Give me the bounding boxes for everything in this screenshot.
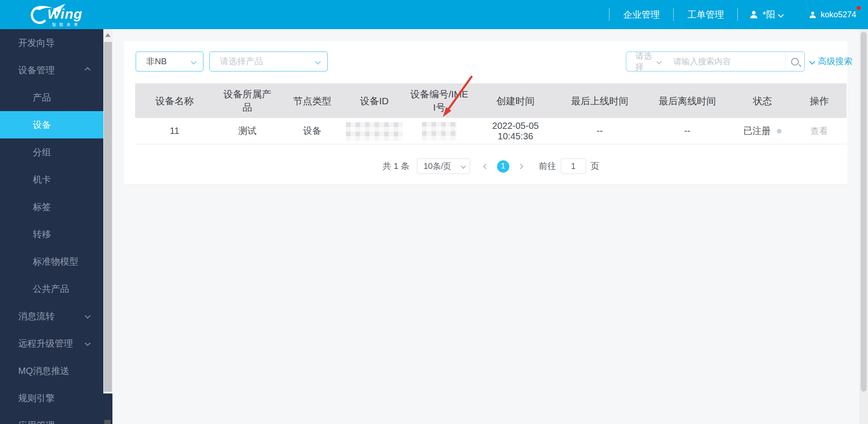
chevron-down-icon <box>85 313 91 319</box>
sidebar-item-standard-model[interactable]: 标准物模型 <box>0 248 103 275</box>
user-menu[interactable]: *阳 <box>749 9 783 21</box>
advanced-search-label: 高级搜索 <box>818 56 853 67</box>
sidebar-item-label: 标准物模型 <box>33 256 78 266</box>
account-name: koko5274 <box>821 10 856 20</box>
col-node-type: 节点类型 <box>281 83 344 118</box>
redacted-device-id <box>346 122 403 141</box>
page-size-value: 10条/页 <box>424 161 452 172</box>
sidebar-item-mq-push[interactable]: MQ消息推送 <box>0 357 103 384</box>
chevron-down-icon <box>191 59 197 65</box>
sidebar-item-label: 标签 <box>33 202 51 212</box>
sidebar-item-group[interactable]: 分组 <box>0 138 103 166</box>
cell-action: 查看 <box>792 118 847 144</box>
scrollbar-thumb[interactable] <box>104 42 112 392</box>
scrollbar-corner <box>104 420 111 424</box>
account-menu[interactable]: koko5274 <box>808 10 856 20</box>
page-scrollbar[interactable] <box>859 29 868 424</box>
sidebar-item-device-mgmt[interactable]: 设备管理 <box>0 56 103 84</box>
scroll-up-arrow-icon[interactable] <box>105 33 111 37</box>
sidebar-item-label: 设备管理 <box>18 65 55 75</box>
product-select[interactable]: 请选择产品 <box>209 51 328 72</box>
chevron-down-icon <box>778 12 784 18</box>
sidebar-item-label: 分组 <box>33 147 51 157</box>
nav-enterprise-mgmt[interactable]: 企业管理 <box>620 9 662 21</box>
brand-name: Wing <box>47 6 82 22</box>
sidebar-item-rule-engine[interactable]: 规则引擎 <box>0 384 103 412</box>
cell-created-at: 2022-05-05 10:45:36 <box>473 118 558 144</box>
col-status: 状态 <box>733 83 792 118</box>
sidebar-item-label: 公共产品 <box>33 284 69 294</box>
person-icon <box>749 10 759 20</box>
product-select-placeholder: 请选择产品 <box>220 56 263 67</box>
sidebar-item-label: 远程升级管理 <box>18 338 73 348</box>
sidebar-nav: 开发向导 设备管理 产品 设备 分组 机卡 标签 转移 标准物模型 公共产品 消… <box>0 29 103 424</box>
sidebar-item-message-flow[interactable]: 消息流转 <box>0 302 103 330</box>
sidebar-item-app-mgmt[interactable]: 应用管理 <box>0 412 103 424</box>
sidebar-item-label: MQ消息推送 <box>18 366 69 376</box>
redacted-imei <box>422 122 457 140</box>
person-icon <box>808 10 817 19</box>
page-size-select[interactable]: 10条/页 <box>417 158 470 174</box>
page-unit-label: 页 <box>591 160 599 172</box>
app-header: Wing 智联未来 企业管理 工单管理 *阳 koko5274 <box>0 0 868 29</box>
search-field-placeholder: 请选择 <box>635 51 657 72</box>
status-dot-icon <box>777 129 782 133</box>
view-link[interactable]: 查看 <box>811 125 828 137</box>
device-table: 设备名称 设备所属产品 节点类型 设备ID 设备编号/IMEI号 创建时间 最后… <box>135 83 847 144</box>
sidebar-item-label: 消息流转 <box>18 311 55 321</box>
sidebar-item-label: 转移 <box>33 229 51 239</box>
search-input[interactable] <box>667 52 785 71</box>
chevron-down-icon <box>315 59 321 65</box>
page-number-1[interactable]: 1 <box>497 160 509 173</box>
search-group: 请选择 <box>626 51 805 72</box>
sidebar-item-sim-card[interactable]: 机卡 <box>0 166 103 193</box>
chevron-up-icon <box>85 67 91 73</box>
cell-last-offline: -- <box>642 118 733 144</box>
nav-workorder-mgmt[interactable]: 工单管理 <box>685 9 726 21</box>
header-nav: 企业管理 工单管理 *阳 koko5274 <box>598 8 856 21</box>
next-page-button[interactable] <box>516 163 525 170</box>
sidebar-item-label: 应用管理 <box>18 420 55 424</box>
prev-page-button[interactable] <box>481 163 491 170</box>
sidebar-item-product[interactable]: 产品 <box>0 84 103 111</box>
col-imei: 设备编号/IMEI号 <box>405 83 473 118</box>
cell-imei <box>405 118 473 144</box>
advanced-search-toggle[interactable]: 高级搜索 <box>810 51 853 72</box>
brand-logo[interactable]: Wing 智联未来 <box>26 2 86 27</box>
col-device-id: 设备ID <box>344 83 405 118</box>
sidebar-item-label: 产品 <box>33 92 51 102</box>
sidebar-item-ota-mgmt[interactable]: 远程升级管理 <box>0 330 103 357</box>
col-product: 设备所属产品 <box>214 83 281 118</box>
col-action: 操作 <box>792 83 847 118</box>
sidebar-scrollbar[interactable] <box>103 29 112 424</box>
sidebar-item-transfer[interactable]: 转移 <box>0 220 103 248</box>
chevron-down-icon <box>461 163 466 169</box>
table-row: 11 测试 设备 2022-05-05 10:45:36 -- -- 已注册 查… <box>135 118 847 144</box>
device-type-select[interactable]: 非NB <box>136 51 203 72</box>
sidebar-item-device[interactable]: 设备 <box>0 111 103 138</box>
search-icon <box>791 58 799 66</box>
chevron-down-icon <box>85 340 91 346</box>
notification-badge <box>857 6 861 10</box>
table-header-row: 设备名称 设备所属产品 节点类型 设备ID 设备编号/IMEI号 创建时间 最后… <box>135 83 847 118</box>
sidebar-item-tag[interactable]: 标签 <box>0 193 103 220</box>
cell-device-id <box>344 118 405 144</box>
sidebar-item-label: 规则引擎 <box>18 393 55 403</box>
sidebar-item-public-product[interactable]: 公共产品 <box>0 275 103 302</box>
search-button[interactable] <box>786 52 804 71</box>
sidebar-item-label: 机卡 <box>33 174 51 184</box>
sidebar-item-label: 开发向导 <box>18 38 55 48</box>
cell-device-name: 11 <box>135 118 214 144</box>
page-scrollbar-thumb[interactable] <box>861 32 867 392</box>
sidebar-item-dev-wizard[interactable]: 开发向导 <box>0 29 103 56</box>
col-last-offline: 最后离线时间 <box>642 83 733 118</box>
cell-status: 已注册 <box>733 118 792 144</box>
search-field-select[interactable]: 请选择 <box>626 52 667 71</box>
chevron-down-icon <box>809 59 815 65</box>
pagination: 共 1 条 10条/页 1 前往 页 <box>135 156 847 176</box>
status-text: 已注册 <box>743 125 771 137</box>
cell-node-type: 设备 <box>281 118 344 144</box>
goto-label: 前往 <box>539 160 556 172</box>
user-short-name: *阳 <box>762 9 775 21</box>
goto-page-input[interactable] <box>561 158 586 174</box>
